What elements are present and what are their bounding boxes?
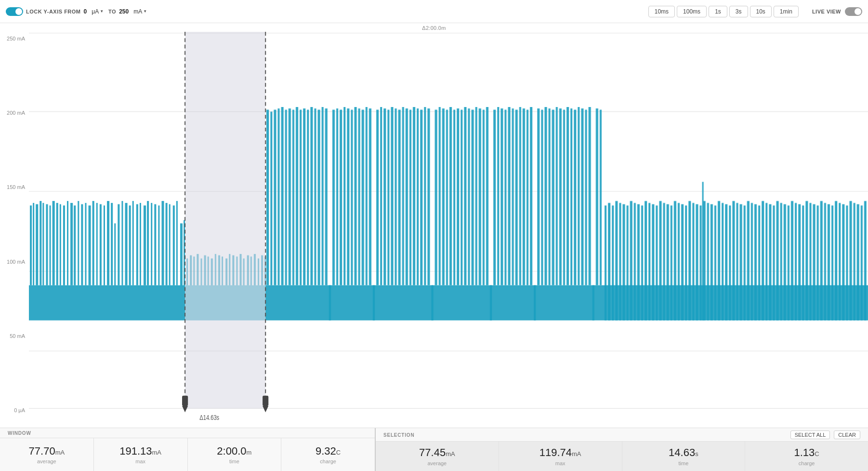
svg-rect-24 [89,205,91,285]
svg-rect-199 [718,201,720,321]
svg-rect-12 [46,204,48,285]
window-average-cell: 77.70mA average [0,438,94,471]
svg-rect-226 [817,205,819,320]
svg-rect-47 [173,205,175,285]
svg-rect-86 [303,108,305,285]
lock-y-toggle[interactable] [6,7,23,16]
svg-rect-18 [67,201,68,285]
svg-rect-123 [439,107,441,285]
svg-rect-105 [373,285,375,321]
live-view-toggle[interactable] [845,7,862,16]
svg-rect-143 [512,108,514,285]
svg-rect-175 [630,201,632,321]
svg-rect-193 [696,204,698,321]
svg-rect-216 [780,203,782,321]
svg-rect-209 [754,204,757,321]
svg-rect-119 [424,107,426,285]
svg-rect-232 [839,203,841,321]
svg-rect-21 [78,201,79,285]
svg-rect-101 [358,108,360,285]
svg-rect-87 [307,110,309,285]
selection-header-buttons: SELECT ALL CLEAR [790,431,860,439]
select-all-button[interactable]: SELECT ALL [790,431,830,439]
svg-rect-179 [644,201,647,321]
svg-rect-146 [523,108,525,285]
delta-time-label: Δ2:00.0m [0,23,868,32]
time-btn-100ms[interactable]: 100ms [677,6,707,17]
svg-rect-8 [33,203,34,285]
svg-rect-177 [637,204,640,321]
svg-rect-211 [762,201,764,321]
svg-rect-165 [592,285,594,321]
svg-rect-233 [842,204,844,321]
selection-label: SELECTION [383,432,414,438]
svg-rect-108 [383,108,386,285]
svg-rect-170 [612,205,614,320]
svg-rect-221 [798,204,801,321]
svg-rect-224 [809,203,811,321]
time-btn-10s[interactable]: 10s [750,6,772,17]
chart-area[interactable]: Δ14.63s [29,32,868,428]
svg-rect-196 [707,203,709,321]
time-buttons-group: 10ms 100ms 1s 3s 10s 1min [648,6,799,17]
svg-rect-186 [671,205,672,320]
svg-rect-178 [641,205,643,320]
svg-rect-219 [791,201,793,321]
svg-rect-114 [406,108,408,285]
svg-rect-26 [96,203,98,285]
svg-rect-42 [154,204,156,285]
selection-charge-label: charge [799,460,815,466]
svg-rect-135 [483,110,485,285]
svg-rect-106 [376,110,379,285]
svg-rect-127 [453,110,455,285]
svg-rect-176 [634,203,636,321]
to-unit-label: mA [133,8,142,15]
svg-rect-156 [559,108,562,285]
selection-stats-row: 77.45mA average 119.74mA max 14.63s time [376,442,868,471]
svg-rect-93 [329,285,331,321]
svg-rect-100 [355,107,357,285]
svg-rect-190 [685,205,687,320]
time-btn-10ms[interactable]: 10ms [648,6,675,17]
svg-rect-181 [652,204,654,321]
from-unit-dropdown[interactable]: μA ▼ [90,7,105,16]
svg-rect-85 [300,110,302,285]
selection-max-value: 119.74mA [539,446,581,459]
svg-rect-96 [340,110,342,285]
svg-rect-46 [169,204,171,285]
svg-rect-109 [387,110,389,285]
selection-time-value: 14.63s [669,446,698,459]
window-stats-row: 77.70mA average 191.13mA max 2:00.0m tim… [0,438,375,471]
svg-rect-168 [605,205,606,320]
svg-rect-145 [519,107,521,285]
from-unit-arrow: ▼ [100,9,104,13]
selection-time-cell: 14.63s time [622,442,746,471]
svg-rect-208 [751,203,753,321]
time-btn-1s[interactable]: 1s [709,6,727,17]
svg-rect-244 [182,396,188,406]
svg-rect-141 [504,110,506,285]
time-btn-1min[interactable]: 1min [774,6,799,17]
svg-rect-36 [132,201,134,285]
svg-rect-182 [656,205,658,320]
svg-rect-148 [530,107,532,285]
svg-rect-120 [427,108,430,285]
svg-rect-30 [111,203,113,285]
svg-rect-133 [475,107,477,285]
live-view-label: LIVE VIEW [812,9,841,14]
to-unit-dropdown[interactable]: mA ▼ [132,7,149,16]
svg-rect-28 [104,205,105,285]
time-btn-3s[interactable]: 3s [729,6,748,17]
svg-rect-125 [446,110,448,285]
svg-rect-157 [563,110,565,285]
svg-rect-130 [464,107,466,285]
clear-button[interactable]: CLEAR [834,431,860,439]
svg-rect-158 [566,107,569,285]
svg-rect-152 [545,107,547,285]
svg-rect-38 [140,203,141,285]
svg-rect-142 [508,107,511,285]
window-time-label: time [229,458,239,464]
svg-rect-113 [402,107,404,285]
svg-rect-207 [747,201,750,321]
svg-rect-180 [648,203,650,321]
